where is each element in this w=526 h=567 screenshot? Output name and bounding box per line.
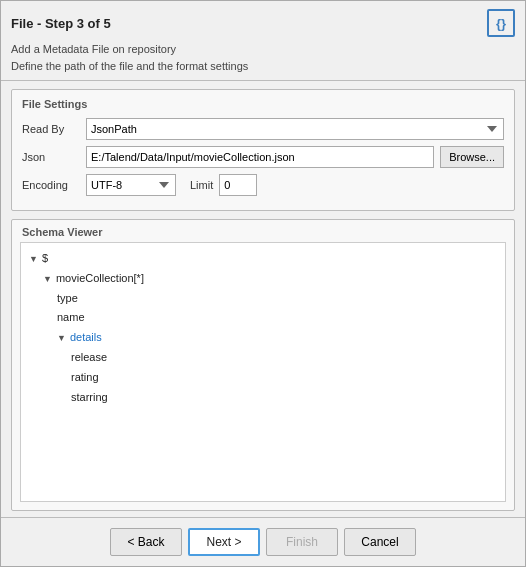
list-item: name: [57, 308, 497, 328]
list-item: type: [57, 289, 497, 309]
encoding-label: Encoding: [22, 179, 80, 191]
dialog: File - Step 3 of 5 {} Add a Metadata Fil…: [0, 0, 526, 567]
schema-viewer-section: Schema Viewer ▼ $ ▼ movieCollection[*]: [11, 219, 515, 511]
list-item: rating: [71, 368, 497, 388]
tree-node-details: ▼ details release rating: [57, 328, 497, 407]
tree-node-label-type: type: [57, 289, 78, 309]
file-settings-label: File Settings: [22, 98, 504, 110]
dialog-footer: < Back Next > Finish Cancel: [1, 518, 525, 566]
finish-button[interactable]: Finish: [266, 528, 338, 556]
tree-node-label-root: $: [42, 249, 48, 269]
list-item: release: [71, 348, 497, 368]
read-by-select[interactable]: JsonPath XPath CSV: [86, 118, 504, 140]
dialog-subtitle: Add a Metadata File on repository Define…: [1, 41, 525, 80]
cancel-button[interactable]: Cancel: [344, 528, 416, 556]
tree-node-label-details: details: [70, 328, 102, 348]
collapse-icon-moviecollection[interactable]: ▼: [43, 271, 52, 287]
tree-node-label-release: release: [71, 348, 107, 368]
limit-input[interactable]: [219, 174, 257, 196]
limit-label: Limit: [190, 179, 213, 191]
collapse-icon-details[interactable]: ▼: [57, 330, 66, 346]
encoding-select[interactable]: UTF-8 UTF-16 ISO-8859-1 ASCII: [86, 174, 176, 196]
schema-viewer-label: Schema Viewer: [12, 220, 514, 242]
file-settings-section: File Settings Read By JsonPath XPath CSV…: [11, 89, 515, 211]
read-by-label: Read By: [22, 123, 80, 135]
json-icon: {}: [487, 9, 515, 37]
encoding-row: Encoding UTF-8 UTF-16 ISO-8859-1 ASCII L…: [22, 174, 504, 196]
tree-node-label-moviecollection: movieCollection[*]: [56, 269, 144, 289]
json-row: Json Browse...: [22, 146, 504, 168]
schema-tree: ▼ $ ▼ movieCollection[*] type: [20, 242, 506, 502]
collapse-icon-root[interactable]: ▼: [29, 251, 38, 267]
tree-node-moviecollection: ▼ movieCollection[*] type name: [43, 269, 497, 408]
browse-button[interactable]: Browse...: [440, 146, 504, 168]
tree-node-label-starring: starring: [71, 388, 108, 408]
json-label: Json: [22, 151, 80, 163]
back-button[interactable]: < Back: [110, 528, 182, 556]
dialog-title: File - Step 3 of 5: [11, 16, 111, 31]
tree-node-label-rating: rating: [71, 368, 99, 388]
tree-node-label-name: name: [57, 308, 85, 328]
tree-node-root: ▼ $ ▼ movieCollection[*] type: [29, 249, 497, 407]
header-divider: [1, 80, 525, 81]
list-item: starring: [71, 388, 497, 408]
json-input[interactable]: [86, 146, 434, 168]
next-button[interactable]: Next >: [188, 528, 260, 556]
dialog-content: File Settings Read By JsonPath XPath CSV…: [1, 89, 525, 511]
dialog-header: File - Step 3 of 5 {}: [1, 1, 525, 41]
read-by-row: Read By JsonPath XPath CSV: [22, 118, 504, 140]
